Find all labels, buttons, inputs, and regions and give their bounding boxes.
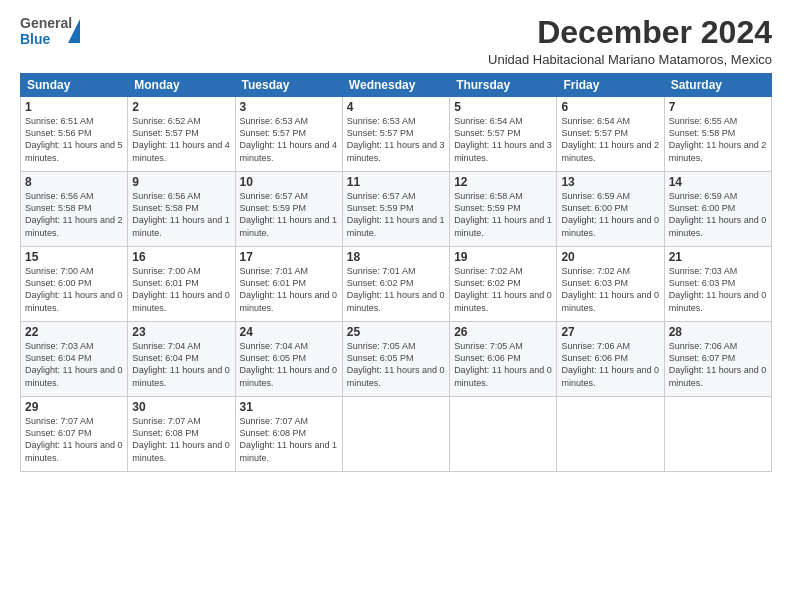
day-info: Sunrise: 7:00 AMSunset: 6:01 PMDaylight:… xyxy=(132,266,230,312)
day-info: Sunrise: 7:05 AMSunset: 6:05 PMDaylight:… xyxy=(347,341,445,387)
day-info: Sunrise: 6:58 AMSunset: 5:59 PMDaylight:… xyxy=(454,191,552,237)
calendar-cell: 27 Sunrise: 7:06 AMSunset: 6:06 PMDaylig… xyxy=(557,322,664,397)
day-number: 10 xyxy=(240,175,338,189)
calendar-cell: 16 Sunrise: 7:00 AMSunset: 6:01 PMDaylig… xyxy=(128,247,235,322)
day-number: 9 xyxy=(132,175,230,189)
calendar-week-row: 15 Sunrise: 7:00 AMSunset: 6:00 PMDaylig… xyxy=(21,247,772,322)
calendar-cell: 2 Sunrise: 6:52 AMSunset: 5:57 PMDayligh… xyxy=(128,97,235,172)
day-info: Sunrise: 7:06 AMSunset: 6:07 PMDaylight:… xyxy=(669,341,767,387)
day-info: Sunrise: 6:57 AMSunset: 5:59 PMDaylight:… xyxy=(347,191,445,237)
calendar-page: General Blue December 2024 Unidad Habita… xyxy=(0,0,792,612)
day-info: Sunrise: 7:02 AMSunset: 6:02 PMDaylight:… xyxy=(454,266,552,312)
day-of-week-header: Thursday xyxy=(450,74,557,97)
day-number: 13 xyxy=(561,175,659,189)
day-number: 14 xyxy=(669,175,767,189)
day-number: 29 xyxy=(25,400,123,414)
calendar-cell: 31 Sunrise: 7:07 AMSunset: 6:08 PMDaylig… xyxy=(235,397,342,472)
calendar-header-row: SundayMondayTuesdayWednesdayThursdayFrid… xyxy=(21,74,772,97)
day-number: 27 xyxy=(561,325,659,339)
calendar-cell: 3 Sunrise: 6:53 AMSunset: 5:57 PMDayligh… xyxy=(235,97,342,172)
calendar-cell: 4 Sunrise: 6:53 AMSunset: 5:57 PMDayligh… xyxy=(342,97,449,172)
calendar-week-row: 29 Sunrise: 7:07 AMSunset: 6:07 PMDaylig… xyxy=(21,397,772,472)
logo: General Blue xyxy=(20,15,80,57)
day-of-week-header: Friday xyxy=(557,74,664,97)
day-number: 11 xyxy=(347,175,445,189)
day-info: Sunrise: 6:56 AMSunset: 5:58 PMDaylight:… xyxy=(132,191,230,237)
day-number: 19 xyxy=(454,250,552,264)
calendar-cell: 17 Sunrise: 7:01 AMSunset: 6:01 PMDaylig… xyxy=(235,247,342,322)
day-number: 17 xyxy=(240,250,338,264)
day-info: Sunrise: 6:54 AMSunset: 5:57 PMDaylight:… xyxy=(454,116,552,162)
day-info: Sunrise: 7:05 AMSunset: 6:06 PMDaylight:… xyxy=(454,341,552,387)
day-info: Sunrise: 6:56 AMSunset: 5:58 PMDaylight:… xyxy=(25,191,123,237)
day-number: 26 xyxy=(454,325,552,339)
calendar-cell xyxy=(664,397,771,472)
day-number: 12 xyxy=(454,175,552,189)
day-of-week-header: Sunday xyxy=(21,74,128,97)
day-number: 16 xyxy=(132,250,230,264)
calendar-cell: 30 Sunrise: 7:07 AMSunset: 6:08 PMDaylig… xyxy=(128,397,235,472)
day-number: 1 xyxy=(25,100,123,114)
calendar-cell: 7 Sunrise: 6:55 AMSunset: 5:58 PMDayligh… xyxy=(664,97,771,172)
day-info: Sunrise: 7:07 AMSunset: 6:08 PMDaylight:… xyxy=(240,416,338,462)
location-subtitle: Unidad Habitacional Mariano Matamoros, M… xyxy=(488,52,772,67)
day-number: 21 xyxy=(669,250,767,264)
calendar-table: SundayMondayTuesdayWednesdayThursdayFrid… xyxy=(20,73,772,472)
calendar-week-row: 8 Sunrise: 6:56 AMSunset: 5:58 PMDayligh… xyxy=(21,172,772,247)
calendar-cell: 20 Sunrise: 7:02 AMSunset: 6:03 PMDaylig… xyxy=(557,247,664,322)
day-info: Sunrise: 6:59 AMSunset: 6:00 PMDaylight:… xyxy=(669,191,767,237)
month-title: December 2024 xyxy=(488,15,772,50)
calendar-cell: 22 Sunrise: 7:03 AMSunset: 6:04 PMDaylig… xyxy=(21,322,128,397)
calendar-cell: 10 Sunrise: 6:57 AMSunset: 5:59 PMDaylig… xyxy=(235,172,342,247)
day-number: 31 xyxy=(240,400,338,414)
day-info: Sunrise: 7:01 AMSunset: 6:02 PMDaylight:… xyxy=(347,266,445,312)
calendar-cell: 21 Sunrise: 7:03 AMSunset: 6:03 PMDaylig… xyxy=(664,247,771,322)
calendar-week-row: 1 Sunrise: 6:51 AMSunset: 5:56 PMDayligh… xyxy=(21,97,772,172)
calendar-cell: 11 Sunrise: 6:57 AMSunset: 5:59 PMDaylig… xyxy=(342,172,449,247)
calendar-cell: 28 Sunrise: 7:06 AMSunset: 6:07 PMDaylig… xyxy=(664,322,771,397)
day-number: 20 xyxy=(561,250,659,264)
day-info: Sunrise: 7:04 AMSunset: 6:05 PMDaylight:… xyxy=(240,341,338,387)
calendar-cell: 23 Sunrise: 7:04 AMSunset: 6:04 PMDaylig… xyxy=(128,322,235,397)
day-info: Sunrise: 6:57 AMSunset: 5:59 PMDaylight:… xyxy=(240,191,338,237)
day-number: 22 xyxy=(25,325,123,339)
day-info: Sunrise: 7:02 AMSunset: 6:03 PMDaylight:… xyxy=(561,266,659,312)
day-number: 7 xyxy=(669,100,767,114)
calendar-cell: 5 Sunrise: 6:54 AMSunset: 5:57 PMDayligh… xyxy=(450,97,557,172)
calendar-cell xyxy=(342,397,449,472)
calendar-cell: 13 Sunrise: 6:59 AMSunset: 6:00 PMDaylig… xyxy=(557,172,664,247)
calendar-cell: 19 Sunrise: 7:02 AMSunset: 6:02 PMDaylig… xyxy=(450,247,557,322)
logo-general-text: General xyxy=(20,15,72,31)
day-info: Sunrise: 6:59 AMSunset: 6:00 PMDaylight:… xyxy=(561,191,659,237)
day-of-week-header: Monday xyxy=(128,74,235,97)
day-info: Sunrise: 6:52 AMSunset: 5:57 PMDaylight:… xyxy=(132,116,230,162)
day-of-week-header: Wednesday xyxy=(342,74,449,97)
page-header: General Blue December 2024 Unidad Habita… xyxy=(20,15,772,67)
day-info: Sunrise: 6:53 AMSunset: 5:57 PMDaylight:… xyxy=(347,116,445,162)
calendar-cell xyxy=(557,397,664,472)
day-number: 25 xyxy=(347,325,445,339)
day-number: 28 xyxy=(669,325,767,339)
calendar-cell: 12 Sunrise: 6:58 AMSunset: 5:59 PMDaylig… xyxy=(450,172,557,247)
day-info: Sunrise: 7:07 AMSunset: 6:07 PMDaylight:… xyxy=(25,416,123,462)
day-number: 23 xyxy=(132,325,230,339)
calendar-cell: 1 Sunrise: 6:51 AMSunset: 5:56 PMDayligh… xyxy=(21,97,128,172)
day-info: Sunrise: 6:54 AMSunset: 5:57 PMDaylight:… xyxy=(561,116,659,162)
day-info: Sunrise: 7:04 AMSunset: 6:04 PMDaylight:… xyxy=(132,341,230,387)
calendar-cell: 6 Sunrise: 6:54 AMSunset: 5:57 PMDayligh… xyxy=(557,97,664,172)
calendar-cell: 14 Sunrise: 6:59 AMSunset: 6:00 PMDaylig… xyxy=(664,172,771,247)
day-number: 15 xyxy=(25,250,123,264)
day-info: Sunrise: 6:55 AMSunset: 5:58 PMDaylight:… xyxy=(669,116,767,162)
title-area: December 2024 Unidad Habitacional Marian… xyxy=(488,15,772,67)
calendar-cell: 9 Sunrise: 6:56 AMSunset: 5:58 PMDayligh… xyxy=(128,172,235,247)
day-number: 24 xyxy=(240,325,338,339)
calendar-cell xyxy=(450,397,557,472)
day-info: Sunrise: 6:53 AMSunset: 5:57 PMDaylight:… xyxy=(240,116,338,162)
calendar-cell: 18 Sunrise: 7:01 AMSunset: 6:02 PMDaylig… xyxy=(342,247,449,322)
calendar-cell: 29 Sunrise: 7:07 AMSunset: 6:07 PMDaylig… xyxy=(21,397,128,472)
day-number: 18 xyxy=(347,250,445,264)
day-info: Sunrise: 7:03 AMSunset: 6:04 PMDaylight:… xyxy=(25,341,123,387)
day-of-week-header: Tuesday xyxy=(235,74,342,97)
calendar-cell: 25 Sunrise: 7:05 AMSunset: 6:05 PMDaylig… xyxy=(342,322,449,397)
logo-blue-text: Blue xyxy=(20,31,50,47)
